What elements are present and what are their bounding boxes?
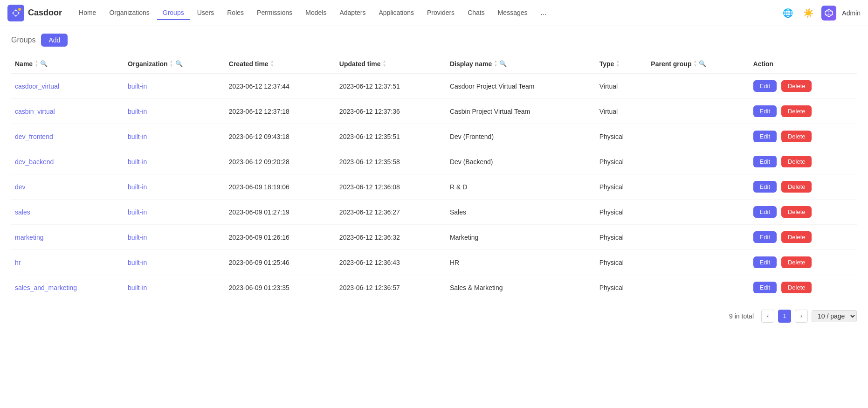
delete-button[interactable]: Delete — [781, 156, 812, 167]
pagination-page-1[interactable]: 1 — [778, 310, 791, 323]
cell-action: Edit Delete — [750, 250, 857, 275]
nav-link-home[interactable]: Home — [73, 6, 102, 20]
groups-table: Name ▲ ▼ 🔍 Organization ▲ — [11, 54, 857, 300]
cell-name: sales — [11, 200, 124, 225]
table-container: Name ▲ ▼ 🔍 Organization ▲ — [11, 54, 857, 300]
nav-link-users[interactable]: Users — [192, 6, 220, 20]
cell-action: Edit Delete — [750, 124, 857, 149]
nav-link-organizations[interactable]: Organizations — [103, 6, 155, 20]
name-link[interactable]: dev — [15, 183, 26, 191]
sort-created-icons[interactable]: ▲ ▼ — [270, 60, 274, 68]
name-link[interactable]: casbin_virtual — [15, 108, 55, 115]
cell-updated: 2023-06-12 12:35:51 — [336, 124, 446, 149]
edit-button[interactable]: Edit — [753, 156, 777, 167]
search-org-icon[interactable]: 🔍 — [175, 60, 183, 67]
edit-button[interactable]: Edit — [753, 231, 777, 243]
cell-updated: 2023-06-12 12:37:36 — [336, 99, 446, 124]
cell-parent — [647, 275, 749, 300]
page-size-select[interactable]: 10 / page 20 / page 50 / page — [812, 310, 857, 322]
sort-updated-icons[interactable]: ▲ ▼ — [383, 60, 386, 68]
org-link[interactable]: built-in — [128, 83, 147, 90]
search-display-icon[interactable]: 🔍 — [499, 60, 507, 67]
nav-link-roles[interactable]: Roles — [221, 6, 249, 20]
delete-button[interactable]: Delete — [781, 131, 812, 142]
name-link[interactable]: sales_and_marketing — [15, 284, 77, 291]
cell-name: dev_frontend — [11, 124, 124, 149]
nav-link-models[interactable]: Models — [300, 6, 332, 20]
add-button[interactable]: Add — [41, 34, 68, 47]
cell-org: built-in — [124, 250, 225, 275]
delete-button[interactable]: Delete — [781, 256, 812, 268]
nav-link-permissions[interactable]: Permissions — [251, 6, 298, 20]
edit-button[interactable]: Edit — [753, 282, 777, 293]
nav-link-applications[interactable]: Applications — [373, 6, 420, 20]
name-link[interactable]: marketing — [15, 234, 43, 241]
cell-action: Edit Delete — [750, 99, 857, 124]
edit-button[interactable]: Edit — [753, 105, 777, 117]
nav-link-providers[interactable]: Providers — [421, 6, 460, 20]
org-link[interactable]: built-in — [128, 158, 147, 166]
sort-name-icons[interactable]: ▲ ▼ — [34, 60, 38, 68]
delete-button[interactable]: Delete — [781, 80, 812, 92]
org-link[interactable]: built-in — [128, 259, 147, 266]
search-name-icon[interactable]: 🔍 — [40, 60, 48, 67]
edit-button[interactable]: Edit — [753, 206, 777, 218]
nav-link-chats[interactable]: Chats — [462, 6, 490, 20]
cell-action: Edit Delete — [750, 174, 857, 200]
sort-parent-icons[interactable]: ▲ ▼ — [693, 60, 697, 68]
cell-name: hr — [11, 250, 124, 275]
nav-link-messages[interactable]: Messages — [492, 6, 533, 20]
delete-button[interactable]: Delete — [781, 181, 812, 193]
name-link[interactable]: dev_backend — [15, 158, 54, 166]
globe-icon-btn[interactable]: 🌐 — [780, 6, 795, 21]
cell-display: Dev (Frontend) — [446, 124, 596, 149]
edit-button[interactable]: Edit — [753, 181, 777, 193]
org-link[interactable]: built-in — [128, 183, 147, 191]
cell-updated: 2023-06-12 12:37:51 — [336, 74, 446, 99]
name-link[interactable]: sales — [15, 208, 30, 216]
edit-button[interactable]: Edit — [753, 131, 777, 142]
page-breadcrumb: Groups — [11, 36, 35, 44]
th-name: Name ▲ ▼ 🔍 — [11, 54, 124, 74]
delete-button[interactable]: Delete — [781, 206, 812, 218]
pagination-next[interactable]: › — [795, 310, 808, 323]
cell-parent — [647, 250, 749, 275]
theme-icon-btn[interactable]: ☀️ — [801, 6, 816, 21]
org-link[interactable]: built-in — [128, 208, 147, 216]
sort-org-icons[interactable]: ▲ ▼ — [170, 60, 173, 68]
sort-display-icons[interactable]: ▲ ▼ — [494, 60, 497, 68]
cell-type: Physical — [596, 275, 648, 300]
nav-link-groups[interactable]: Groups — [157, 6, 190, 20]
svg-point-2 — [18, 8, 21, 11]
delete-button[interactable]: Delete — [781, 282, 812, 293]
name-link[interactable]: hr — [15, 259, 21, 266]
cell-action: Edit Delete — [750, 225, 857, 250]
org-link[interactable]: built-in — [128, 234, 147, 241]
sort-type-icons[interactable]: ▲ ▼ — [616, 60, 620, 68]
nav-link-adapters[interactable]: Adapters — [334, 6, 371, 20]
cell-updated: 2023-06-12 12:36:32 — [336, 225, 446, 250]
cell-created: 2023-06-12 09:43:18 — [225, 124, 336, 149]
cell-updated: 2023-06-12 12:36:27 — [336, 200, 446, 225]
nav-links: HomeOrganizationsGroupsUsersRolesPermiss… — [73, 6, 780, 21]
logo[interactable]: Casdoor — [7, 5, 62, 21]
edit-button[interactable]: Edit — [753, 256, 777, 268]
name-link[interactable]: dev_frontend — [15, 133, 53, 140]
delete-button[interactable]: Delete — [781, 231, 812, 243]
cell-created: 2023-06-09 01:25:46 — [225, 250, 336, 275]
th-parent-group: Parent group ▲ ▼ 🔍 — [647, 54, 749, 74]
avatar[interactable] — [821, 6, 836, 21]
org-link[interactable]: built-in — [128, 284, 147, 291]
cell-updated: 2023-06-12 12:35:58 — [336, 149, 446, 174]
pagination-prev[interactable]: ‹ — [761, 310, 774, 323]
org-link[interactable]: built-in — [128, 133, 147, 140]
cell-display: Casdoor Project Virtual Team — [446, 74, 596, 99]
org-link[interactable]: built-in — [128, 108, 147, 115]
edit-button[interactable]: Edit — [753, 80, 777, 92]
name-link[interactable]: casdoor_virtual — [15, 83, 59, 90]
search-parent-icon[interactable]: 🔍 — [699, 60, 706, 67]
nav-more[interactable]: ... — [535, 6, 552, 21]
cell-display: R & D — [446, 174, 596, 200]
delete-button[interactable]: Delete — [781, 105, 812, 117]
cell-parent — [647, 149, 749, 174]
